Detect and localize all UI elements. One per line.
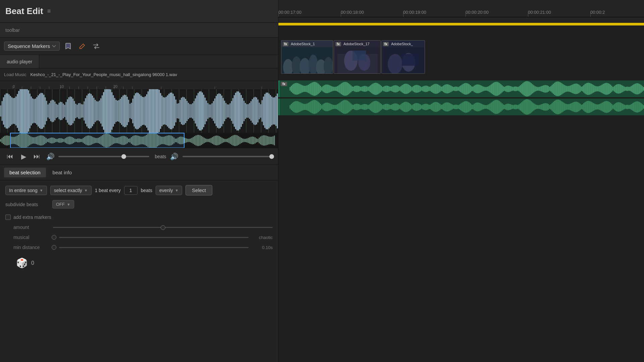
edit-icon-btn[interactable] — [76, 41, 88, 52]
app-title: Beat Edit — [5, 6, 43, 16]
tab-beat-selection[interactable]: beat selection — [4, 168, 46, 177]
chevron-down-icon: ▼ — [175, 188, 178, 192]
select-exactly-dropdown[interactable]: select exactly ▼ — [50, 186, 92, 195]
clip-label-2: AdobeStock_17 — [343, 42, 370, 46]
select-button[interactable]: Select — [185, 185, 212, 195]
ruler-mark-20: 20 — [113, 84, 117, 88]
volume-btn[interactable]: 🔊 — [45, 151, 56, 162]
time-mark-18: 00:00:18:00 — [341, 10, 364, 15]
subdivide-row: subdivide beats OFF ▼ — [5, 200, 273, 208]
time-mark-19: 00:00:19:00 — [403, 10, 426, 15]
add-extra-markers-checkbox[interactable] — [5, 215, 11, 220]
min-distance-slider[interactable] — [59, 247, 249, 248]
in-entire-song-dropdown[interactable]: In entire song ▼ — [5, 186, 47, 195]
fx-badge-2: fx — [335, 42, 341, 46]
chevron-down-icon — [52, 45, 56, 48]
clips-area: fx AdobeStock_1 fx AdobeStock_17 — [278, 37, 644, 77]
playhead-bar — [278, 23, 644, 25]
svg-point-15 — [388, 54, 402, 74]
clip-label-1: AdobeStock_1 — [291, 42, 315, 46]
sequence-markers-dropdown[interactable]: Sequence Markers — [4, 42, 60, 51]
amount-slider[interactable] — [53, 227, 273, 228]
amount-row: amount — [5, 225, 273, 230]
load-music-label: Load Music — [4, 72, 26, 77]
clip-label-3: AdobeStock_ — [391, 42, 413, 46]
musical-row: musical chaotic — [5, 235, 273, 240]
bookmark-icon-btn[interactable] — [62, 41, 74, 52]
ruler-mark-0: 0 — [13, 84, 15, 88]
toolbar-label: toolbar — [5, 27, 20, 33]
clip-thumbnail-3 — [382, 47, 425, 74]
dice-row: 🎲 0 — [5, 257, 273, 268]
audio-waveform-2 — [289, 99, 644, 115]
time-mark-20: 00:00:20:00 — [466, 10, 489, 15]
fx-badge-3: fx — [383, 42, 389, 46]
amount-label: amount — [13, 225, 50, 230]
playback-slider[interactable] — [58, 156, 149, 157]
min-distance-value: 0.10s — [253, 245, 273, 250]
svg-rect-17 — [402, 54, 419, 66]
beat-selection-controls-row: In entire song ▼ select exactly ▼ 1 beat… — [5, 185, 273, 195]
menu-icon[interactable]: ≡ — [47, 8, 51, 15]
amount-slider-thumb[interactable] — [161, 225, 165, 230]
musical-slider[interactable] — [59, 237, 249, 238]
video-clip-1[interactable]: fx AdobeStock_1 — [281, 40, 333, 74]
time-mark-22: 00:00:2 — [590, 10, 605, 15]
chevron-down-icon: ▼ — [40, 188, 43, 192]
beats-volume-slider[interactable] — [182, 156, 273, 157]
play-btn[interactable]: ▶ — [18, 151, 29, 162]
dice-count: 0 — [31, 260, 34, 266]
mini-waveform[interactable] — [0, 133, 278, 148]
audio-tracks-area: fx — [278, 80, 644, 117]
chevron-down-icon: ▼ — [67, 202, 70, 206]
audio-track-1: fx — [278, 80, 644, 97]
ruler-mark-tick — [161, 86, 161, 89]
clip-thumbnail-2 — [334, 47, 381, 74]
swap-icon-btn[interactable] — [91, 41, 102, 52]
time-mark-17: 00:00:17:00 — [278, 10, 302, 15]
video-clip-3[interactable]: fx AdobeStock_ — [381, 40, 425, 74]
load-music-filename: Keshco_-_21_-_Play_For_Your_People_music… — [30, 72, 177, 77]
evenly-dropdown[interactable]: evenly ▼ — [156, 186, 182, 195]
swap-icon — [93, 43, 100, 49]
audio-track-2 — [278, 99, 644, 115]
add-extra-markers-row: add extra markers — [5, 215, 273, 220]
musical-radio[interactable] — [52, 235, 56, 240]
skip-forward-btn[interactable]: ⏭ — [32, 151, 42, 162]
tab-beat-info[interactable]: beat info — [47, 168, 77, 177]
chaotic-value: chaotic — [253, 235, 273, 240]
beat-every-input[interactable] — [124, 186, 138, 195]
pencil-icon — [79, 43, 85, 49]
video-clip-2[interactable]: fx AdobeStock_17 — [334, 40, 381, 74]
audio-fx-badge-1: fx — [281, 82, 287, 86]
audio-player-tab-label: audio player — [7, 59, 32, 64]
bookmark-icon — [65, 43, 71, 50]
main-waveform[interactable] — [0, 89, 278, 133]
audio-player-tab[interactable]: audio player — [0, 55, 39, 68]
dice-icon[interactable]: 🎲 — [16, 257, 28, 268]
add-extra-markers-label: add extra markers — [13, 215, 51, 220]
beats-suffix: beats — [141, 188, 152, 193]
chevron-down-icon: ▼ — [84, 188, 88, 192]
min-distance-label: min distance — [13, 245, 50, 250]
time-mark-21: 00:00:21:00 — [528, 10, 551, 15]
min-distance-radio[interactable] — [52, 245, 56, 250]
musical-label: musical — [13, 235, 50, 240]
subdivide-label: subdivide beats — [5, 202, 49, 207]
ruler-mark-10: 10 — [60, 84, 64, 88]
beats-volume-btn[interactable]: 🔊 — [169, 151, 180, 162]
skip-back-btn[interactable]: ⏮ — [5, 151, 15, 162]
fx-badge-1: fx — [283, 42, 288, 46]
sequence-markers-label: Sequence Markers — [8, 43, 50, 49]
beats-label: beats — [155, 154, 166, 159]
subdivide-off-dropdown[interactable]: OFF ▼ — [52, 200, 74, 208]
timeline-ruler: 00:00:17:00 00:00:18:00 00:00:19:00 00:0… — [278, 0, 644, 17]
beat-every-prefix: 1 beat every — [95, 188, 121, 193]
svg-rect-12 — [353, 51, 366, 61]
min-distance-row: min distance 0.10s — [5, 245, 273, 250]
clip-thumbnail-1 — [281, 47, 333, 74]
audio-waveform-1 — [289, 80, 644, 97]
